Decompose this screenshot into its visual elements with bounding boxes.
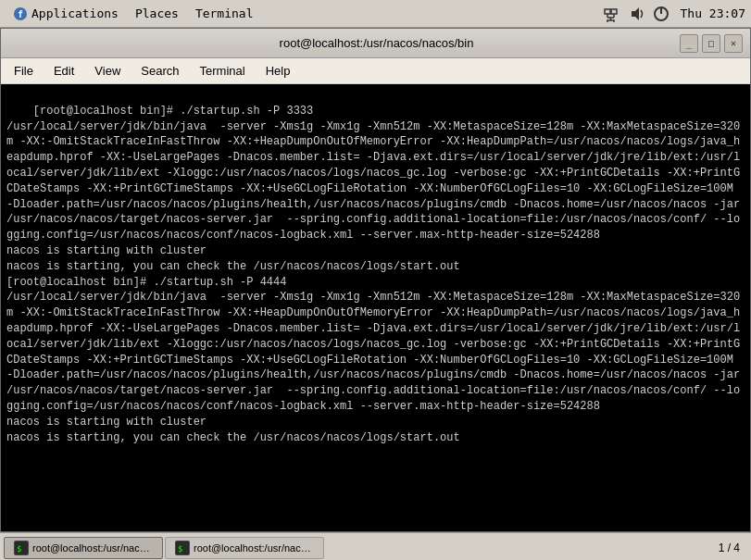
volume-icon: [629, 6, 645, 22]
svg-text:$: $: [178, 544, 182, 554]
terminal-window: root@localhost:/usr/nacos/nacos/bin _ □ …: [0, 28, 751, 532]
menu-edit[interactable]: Edit: [44, 61, 83, 81]
taskbar-item-2[interactable]: $ root@localhost:/usr/nacos/nacos/bin: [165, 537, 324, 559]
power-icon: [653, 6, 670, 22]
terminal-small-icon: $: [15, 541, 28, 554]
terminal-menu[interactable]: Terminal: [188, 5, 261, 22]
taskbar-items: $ root@localhost:/usr/nacos/nacos/bin $ …: [4, 537, 324, 559]
applications-menu[interactable]: f Applications: [6, 5, 126, 23]
fedora-icon: f: [13, 6, 28, 21]
taskbar: $ root@localhost:/usr/nacos/nacos/bin $ …: [0, 532, 751, 560]
svg-rect-8: [607, 20, 614, 22]
terminal-label: Terminal: [195, 6, 254, 20]
system-topbar: f Applications Places Terminal: [0, 0, 751, 28]
menu-terminal[interactable]: Terminal: [191, 61, 255, 81]
places-menu[interactable]: Places: [128, 5, 186, 22]
network-icon: [603, 6, 621, 22]
menu-bar: File Edit View Search Terminal Help: [1, 58, 750, 84]
terminal-small-icon-2: $: [176, 541, 189, 554]
terminal-icon-1: $: [14, 541, 29, 555]
window-title: root@localhost:/usr/nacos/nacos/bin: [73, 36, 680, 50]
topbar-left: f Applications Places Terminal: [6, 5, 261, 23]
topbar-right: Thu 23:07: [603, 6, 745, 22]
menu-view[interactable]: View: [85, 61, 130, 81]
menu-search[interactable]: Search: [131, 61, 188, 81]
minimize-button[interactable]: _: [680, 34, 698, 53]
taskbar-item-1[interactable]: $ root@localhost:/usr/nacos/nacos/bin: [4, 537, 163, 559]
system-icons: [603, 6, 670, 22]
svg-marker-9: [632, 7, 639, 20]
applications-label: Applications: [31, 6, 119, 20]
menu-file[interactable]: File: [5, 61, 43, 81]
svg-text:$: $: [17, 544, 21, 554]
clock-label: Thu 23:07: [681, 6, 745, 20]
svg-rect-3: [611, 9, 617, 14]
window-controls: _ □ ✕: [680, 34, 743, 53]
title-bar: root@localhost:/usr/nacos/nacos/bin _ □ …: [1, 29, 750, 58]
terminal-output[interactable]: [root@localhost bin]# ./startup.sh -P 33…: [1, 84, 750, 531]
svg-rect-2: [605, 9, 610, 14]
taskbar-page-indicator: 1 / 4: [719, 541, 747, 554]
places-label: Places: [135, 6, 179, 20]
taskbar-item-2-label: root@localhost:/usr/nacos/nacos/bin: [194, 542, 314, 554]
maximize-button[interactable]: □: [702, 34, 720, 53]
terminal-icon-2: $: [175, 541, 190, 555]
taskbar-item-1-label: root@localhost:/usr/nacos/nacos/bin: [32, 542, 153, 554]
menu-help[interactable]: Help: [257, 61, 300, 81]
svg-text:f: f: [18, 9, 23, 19]
close-button[interactable]: ✕: [724, 34, 743, 53]
